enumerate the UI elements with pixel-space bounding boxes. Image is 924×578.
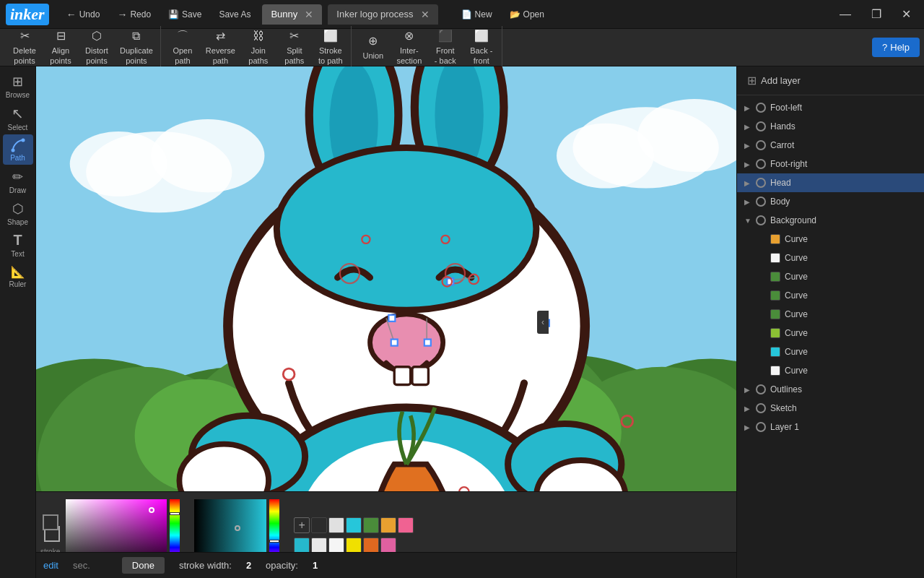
layer-item[interactable]: Curve [737,361,924,380]
help-button[interactable]: ? Help [872,38,920,57]
add-layer-button[interactable]: ⊞ Add layer [737,66,924,95]
layer-item[interactable]: Curve [737,305,924,324]
tab-bunny[interactable]: Bunny ✕ [262,4,322,25]
canvas-area[interactable]: ‹ stroke [36,66,736,578]
close-button[interactable]: ✕ [894,4,918,24]
join-paths-button[interactable]: ⛓ Joinpaths [241,26,276,69]
select-tool[interactable]: ↖ Select [3,103,33,133]
split-paths-button[interactable]: ✂ Splitpaths [277,26,312,69]
layer-item[interactable]: ▶Foot-left [737,98,924,117]
layer-visibility-icon [756,403,766,413]
close-tab-logo[interactable]: ✕ [421,9,430,20]
shape-tool[interactable]: ⬡ Shape [3,198,33,228]
layer-item[interactable]: ▶Hands [737,117,924,136]
sec-mode-label[interactable]: sec. [73,560,90,571]
layer-arrow: ▶ [744,142,751,150]
layer-item[interactable]: ▶Carrot [737,136,924,155]
edit-mode-label[interactable]: edit [43,560,58,571]
layer-name-label: Curve [785,290,917,301]
open-button[interactable]: 📂 Open [504,7,550,22]
layer-item[interactable]: ▶Body [737,192,924,211]
ruler-tool[interactable]: 📐 Ruler [3,262,33,292]
swatch-pink[interactable] [398,517,414,533]
layer-name-label: Carrot [770,140,917,150]
path-tool[interactable]: Path [3,134,33,165]
maximize-button[interactable]: ❐ [864,4,889,24]
layer-name-label: Curve [785,366,917,376]
front-back-button[interactable]: ⬛ Front- back [428,26,463,69]
svg-point-30 [370,314,443,371]
swatch-yellow[interactable] [346,538,362,553]
new-button[interactable]: 📄 New [456,7,498,22]
layer-item[interactable]: Curve [737,249,924,267]
layer-item[interactable]: Curve [737,230,924,249]
swatch-light-gray[interactable] [311,538,327,553]
intersection-button[interactable]: ⊗ Inter-section [392,26,427,69]
layer-color-swatch [770,366,780,376]
layer-item[interactable]: ▶Foot-right [737,155,924,173]
layer-name-label: Outlines [770,384,917,394]
reverse-path-button[interactable]: ⇄ Reversepath [201,26,240,69]
distort-points-button[interactable]: ⬡ Distortpoints [79,26,114,69]
right-panel-collapse[interactable]: ‹ [537,311,549,334]
done-button[interactable]: Done [122,557,165,574]
swatch-green[interactable] [363,517,379,533]
duplicate-points-button[interactable]: ⧉ Duplicatepoints [116,26,157,69]
minimize-button[interactable]: — [832,5,858,24]
layer-item[interactable]: ▶Outlines [737,380,924,399]
title-bar: inker ← Undo → Redo 💾 Save Save As Bunny… [0,0,924,29]
swatch-white[interactable] [328,517,344,533]
layer-name-label: Layer 1 [770,422,917,432]
union-button[interactable]: ⊕ Union [356,31,391,64]
layers-list: ▶Foot-left▶Hands▶Carrot▶Foot-right▶Head▶… [737,95,924,578]
layer-arrow: ▶ [744,423,751,431]
undo-button[interactable]: ← Undo [61,6,106,23]
swatch-teal[interactable] [294,538,310,553]
open-path-button[interactable]: ⌒ Openpath [165,26,200,69]
stroke-width-label: stroke width: [179,560,232,571]
swatch-cyan[interactable] [346,517,362,533]
svg-point-0 [11,148,14,152]
layer-item[interactable]: Curve [737,324,924,342]
add-swatch-button[interactable]: + [294,517,310,533]
swatch-row-1: + [294,517,414,533]
toolbar: ✂ Deletepoints ⊟ Alignpoints ⬡ Distortpo… [0,29,924,66]
tab-logo-process[interactable]: Inker logo process ✕ [328,4,437,25]
layer-item[interactable]: ▶Sketch [737,399,924,418]
text-tool[interactable]: T Text [3,230,33,260]
draw-tool[interactable]: ✏ Draw [3,166,33,197]
layer-name-label: Curve [785,309,917,319]
delete-points-button[interactable]: ✂ Deletepoints [7,26,42,69]
align-points-button[interactable]: ⊟ Alignpoints [43,26,78,69]
layer-visibility-icon [756,215,766,225]
layer-arrow: ▶ [744,123,751,131]
save-as-button[interactable]: Save As [213,7,256,22]
layer-item[interactable]: ▼Background [737,211,924,230]
layer-item[interactable]: Curve [737,286,924,305]
layer-name-label: Curve [785,328,917,338]
layer-visibility-icon [756,384,766,394]
layer-color-swatch [770,328,780,338]
layer-item[interactable]: Curve [737,342,924,361]
layer-visibility-icon [756,178,766,188]
save-button[interactable]: 💾 Save [162,7,207,22]
svg-point-1 [21,138,25,142]
fill-color-swatch[interactable] [43,514,58,530]
browse-tool[interactable]: ⊞ Browse [3,71,33,101]
layer-name-label: Hands [770,121,917,131]
swatch-magenta[interactable] [380,538,396,553]
back-front-button[interactable]: ⬜ Back -front [464,26,499,69]
layer-item[interactable]: Curve [737,267,924,286]
add-layer-label: Add layer [761,75,801,86]
layer-arrow: ▼ [744,217,751,225]
swatch-orange[interactable] [380,517,396,533]
swatch-off-white[interactable] [328,538,344,553]
stroke-to-path-button[interactable]: ⬜ Stroketo path [313,26,348,69]
redo-button[interactable]: → Redo [111,6,157,23]
layer-item[interactable]: ▶Head [737,173,924,192]
swatch-black[interactable] [311,517,327,533]
svg-rect-31 [394,367,410,385]
swatch-deep-orange[interactable] [363,538,379,553]
layer-item[interactable]: ▶Layer 1 [737,418,924,436]
close-tab-bunny[interactable]: ✕ [305,9,313,20]
